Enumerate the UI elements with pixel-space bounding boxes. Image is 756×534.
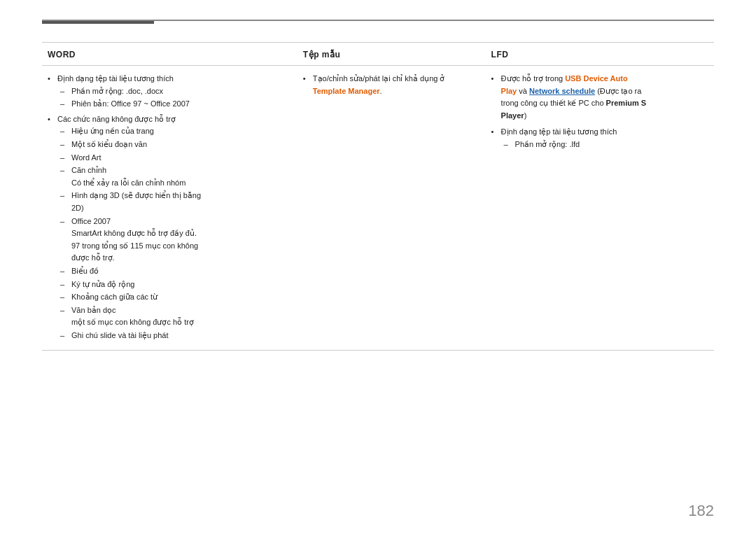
network-schedule-link: Network schedule: [529, 87, 595, 95]
list-item: Khoảng cách giữa các từ: [60, 291, 292, 304]
list-item: Căn chỉnhCó thể xảy ra lỗi căn chỉnh nhó…: [60, 164, 292, 189]
premium-player-text: Premium SPlayer: [501, 99, 646, 120]
page: WORD Tệp mẫu LFD Định dạng tệp tài liệu …: [0, 0, 756, 534]
list-item: Phần mở rộng: .lfd: [504, 139, 708, 151]
list-item: Biểu đồ: [60, 265, 292, 278]
sub-list: Hiệu ứng nền của trang Một số kiểu đoạn …: [60, 125, 292, 342]
word-content: Định dạng tệp tài liệu tương thích Phần …: [42, 66, 298, 351]
list-item: Hiệu ứng nền của trang: [60, 125, 292, 138]
sub-list: Phần mở rộng: .lfd: [504, 139, 708, 151]
list-item: Hình dạng 3D (sẽ được hiển thị bằng2D): [60, 190, 292, 214]
item-text: Định dạng tệp tài liệu tương thích: [501, 127, 617, 136]
header-template: Tệp mẫu: [298, 43, 486, 66]
list-item: Định dạng tệp tài liệu tương thích Phần …: [48, 73, 292, 111]
header-word: WORD: [42, 43, 298, 66]
list-item: Office 2007SmartArt không được hỗ trợ đầ…: [60, 216, 292, 265]
word-list: Định dạng tệp tài liệu tương thích Phần …: [48, 73, 292, 342]
top-bar: [42, 20, 714, 21]
list-item: Phần mở rộng: .doc, .docx: [60, 85, 292, 98]
list-item: Phiên bản: Office 97 ~ Office 2007: [60, 98, 292, 111]
item-text: Các chức năng không được hỗ trợ: [57, 115, 176, 123]
item-text: Tạo/chỉnh sửa/phát lại chỉ khả dụng ở Te…: [313, 74, 445, 95]
list-item: Ký tự nửa độ rộng: [60, 279, 292, 291]
list-item: Ghi chú slide và tài liệu phát: [60, 330, 292, 342]
list-item: Tạo/chỉnh sửa/phát lại chỉ khả dụng ở Te…: [303, 73, 480, 97]
list-item: Các chức năng không được hỗ trợ Hiệu ứng…: [48, 113, 292, 342]
comparison-table: WORD Tệp mẫu LFD Định dạng tệp tài liệu …: [42, 42, 714, 351]
list-item: Word Art: [60, 152, 292, 164]
highlight-template-manager: Template Manager: [313, 87, 380, 95]
item-text: Định dạng tệp tài liệu tương thích: [57, 74, 174, 83]
list-item: Định dạng tệp tài liệu tương thích Phần …: [491, 126, 708, 150]
lfd-list: Được hỗ trợ trong USB Device AutoPlay và…: [491, 73, 708, 151]
page-number: 182: [688, 502, 714, 520]
list-item: Văn bản dọcmột số mục con không được hỗ …: [60, 304, 292, 329]
lfd-content: Được hỗ trợ trong USB Device AutoPlay và…: [486, 66, 714, 351]
sub-list: Phần mở rộng: .doc, .docx Phiên bản: Off…: [60, 85, 292, 111]
item-text: Được hỗ trợ trong USB Device AutoPlay và…: [501, 74, 646, 120]
main-content: WORD Tệp mẫu LFD Định dạng tệp tài liệu …: [42, 42, 714, 492]
list-item: Được hỗ trợ trong USB Device AutoPlay và…: [491, 73, 708, 122]
header-lfd: LFD: [486, 43, 714, 66]
template-content: Tạo/chỉnh sửa/phát lại chỉ khả dụng ở Te…: [298, 66, 486, 351]
list-item: Một số kiểu đoạn văn: [60, 139, 292, 151]
template-list: Tạo/chỉnh sửa/phát lại chỉ khả dụng ở Te…: [303, 73, 480, 97]
